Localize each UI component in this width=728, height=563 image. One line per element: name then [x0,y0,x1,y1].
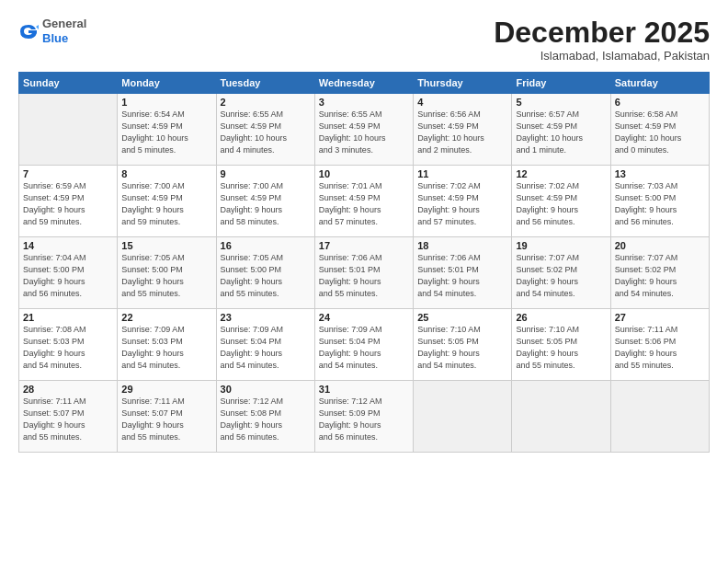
day-info: Sunrise: 7:07 AMSunset: 5:02 PMDaylight:… [615,252,705,300]
calendar-cell: 20Sunrise: 7:07 AMSunset: 5:02 PMDayligh… [610,237,709,309]
day-number: 8 [121,168,211,179]
day-info: Sunrise: 7:10 AMSunset: 5:05 PMDaylight:… [417,324,507,372]
col-saturday: Saturday [610,73,709,94]
calendar-cell: 27Sunrise: 7:11 AMSunset: 5:06 PMDayligh… [610,309,709,381]
day-info: Sunrise: 7:12 AMSunset: 5:08 PMDaylight:… [221,396,311,443]
day-info: Sunrise: 7:05 AMSunset: 5:00 PMDaylight:… [121,252,211,300]
calendar-cell: 13Sunrise: 7:03 AMSunset: 5:00 PMDayligh… [610,166,709,237]
day-number: 1 [121,97,211,108]
col-wednesday: Wednesday [314,73,413,94]
day-info: Sunrise: 7:06 AMSunset: 5:01 PMDaylight:… [319,252,409,300]
calendar-cell: 19Sunrise: 7:07 AMSunset: 5:02 PMDayligh… [512,237,610,309]
month-title: December 2025 [494,17,710,49]
calendar-cell [414,381,512,453]
day-info: Sunrise: 7:10 AMSunset: 5:05 PMDaylight:… [516,324,606,372]
day-info: Sunrise: 7:03 AMSunset: 5:00 PMDaylight:… [615,180,705,228]
calendar-cell: 6Sunrise: 6:58 AMSunset: 4:59 PMDaylight… [610,94,709,166]
calendar-cell: 18Sunrise: 7:06 AMSunset: 5:01 PMDayligh… [414,237,512,309]
day-info: Sunrise: 7:11 AMSunset: 5:07 PMDaylight:… [23,396,113,443]
calendar-cell: 14Sunrise: 7:04 AMSunset: 5:00 PMDayligh… [19,237,118,309]
calendar-cell: 30Sunrise: 7:12 AMSunset: 5:08 PMDayligh… [216,381,314,453]
subtitle: Islamabad, Islamabad, Pakistan [494,49,710,63]
calendar-cell: 2Sunrise: 6:55 AMSunset: 4:59 PMDaylight… [216,94,314,166]
calendar-cell: 7Sunrise: 6:59 AMSunset: 4:59 PMDaylight… [19,166,118,237]
calendar-week-row: 14Sunrise: 7:04 AMSunset: 5:00 PMDayligh… [19,237,710,309]
calendar-cell: 9Sunrise: 7:00 AMSunset: 4:59 PMDaylight… [216,166,314,237]
day-info: Sunrise: 7:05 AMSunset: 5:00 PMDaylight:… [221,252,311,300]
page: General Blue December 2025 Islamabad, Is… [0,0,728,563]
day-number: 9 [221,168,311,179]
calendar-week-row: 28Sunrise: 7:11 AMSunset: 5:07 PMDayligh… [19,381,710,453]
day-number: 26 [516,312,606,323]
day-number: 2 [221,97,311,108]
day-info: Sunrise: 6:55 AMSunset: 4:59 PMDaylight:… [221,109,311,156]
calendar-cell: 15Sunrise: 7:05 AMSunset: 5:00 PMDayligh… [118,237,216,309]
day-number: 22 [121,312,211,323]
day-number: 14 [23,240,113,251]
day-number: 15 [121,240,211,251]
col-tuesday: Tuesday [216,73,314,94]
day-number: 13 [615,168,705,179]
day-number: 20 [615,240,705,251]
day-info: Sunrise: 6:54 AMSunset: 4:59 PMDaylight:… [121,109,211,156]
day-number: 29 [121,384,211,395]
header-row: Sunday Monday Tuesday Wednesday Thursday… [19,73,710,94]
day-number: 23 [221,312,311,323]
day-number: 18 [417,240,507,251]
day-number: 31 [319,384,409,395]
day-number: 5 [516,97,606,108]
day-number: 21 [23,312,113,323]
calendar-cell: 22Sunrise: 7:09 AMSunset: 5:03 PMDayligh… [118,309,216,381]
calendar-cell: 17Sunrise: 7:06 AMSunset: 5:01 PMDayligh… [314,237,413,309]
day-number: 6 [615,97,705,108]
day-number: 17 [319,240,409,251]
header: General Blue December 2025 Islamabad, Is… [18,17,710,63]
day-info: Sunrise: 6:55 AMSunset: 4:59 PMDaylight:… [319,109,409,156]
calendar-cell: 1Sunrise: 6:54 AMSunset: 4:59 PMDaylight… [118,94,216,166]
day-info: Sunrise: 7:02 AMSunset: 4:59 PMDaylight:… [417,180,507,228]
calendar-week-row: 21Sunrise: 7:08 AMSunset: 5:03 PMDayligh… [19,309,710,381]
col-sunday: Sunday [19,73,118,94]
logo-blue-text: Blue [42,31,68,45]
logo-general-text: General [42,17,86,30]
calendar-table: Sunday Monday Tuesday Wednesday Thursday… [18,72,710,453]
day-info: Sunrise: 6:58 AMSunset: 4:59 PMDaylight:… [615,109,705,156]
day-info: Sunrise: 7:09 AMSunset: 5:04 PMDaylight:… [221,324,311,372]
calendar-cell: 28Sunrise: 7:11 AMSunset: 5:07 PMDayligh… [19,381,118,453]
calendar-cell: 4Sunrise: 6:56 AMSunset: 4:59 PMDaylight… [414,94,512,166]
calendar-cell: 26Sunrise: 7:10 AMSunset: 5:05 PMDayligh… [512,309,610,381]
logo-icon [18,21,39,41]
calendar-cell [19,94,118,166]
calendar-cell [512,381,610,453]
day-info: Sunrise: 7:00 AMSunset: 4:59 PMDaylight:… [221,180,311,228]
calendar-cell: 3Sunrise: 6:55 AMSunset: 4:59 PMDaylight… [314,94,413,166]
day-info: Sunrise: 6:57 AMSunset: 4:59 PMDaylight:… [516,109,606,156]
day-info: Sunrise: 7:07 AMSunset: 5:02 PMDaylight:… [516,252,606,300]
day-number: 28 [23,384,113,395]
day-info: Sunrise: 7:02 AMSunset: 4:59 PMDaylight:… [516,180,606,228]
calendar-cell: 5Sunrise: 6:57 AMSunset: 4:59 PMDaylight… [512,94,610,166]
calendar-cell: 21Sunrise: 7:08 AMSunset: 5:03 PMDayligh… [19,309,118,381]
calendar-cell: 31Sunrise: 7:12 AMSunset: 5:09 PMDayligh… [314,381,413,453]
day-number: 3 [319,97,409,108]
calendar-cell: 25Sunrise: 7:10 AMSunset: 5:05 PMDayligh… [414,309,512,381]
calendar-body: 1Sunrise: 6:54 AMSunset: 4:59 PMDaylight… [19,94,710,453]
calendar-header: Sunday Monday Tuesday Wednesday Thursday… [19,73,710,94]
day-info: Sunrise: 7:06 AMSunset: 5:01 PMDaylight:… [417,252,507,300]
day-number: 30 [221,384,311,395]
logo-text: General Blue [42,17,86,45]
day-number: 11 [417,168,507,179]
calendar-cell [610,381,709,453]
col-friday: Friday [512,73,610,94]
day-number: 16 [221,240,311,251]
day-info: Sunrise: 6:56 AMSunset: 4:59 PMDaylight:… [417,109,507,156]
col-thursday: Thursday [414,73,512,94]
calendar-week-row: 1Sunrise: 6:54 AMSunset: 4:59 PMDaylight… [19,94,710,166]
calendar-cell: 24Sunrise: 7:09 AMSunset: 5:04 PMDayligh… [314,309,413,381]
col-monday: Monday [118,73,216,94]
day-info: Sunrise: 7:01 AMSunset: 4:59 PMDaylight:… [319,180,409,228]
calendar-cell: 16Sunrise: 7:05 AMSunset: 5:00 PMDayligh… [216,237,314,309]
day-info: Sunrise: 7:08 AMSunset: 5:03 PMDaylight:… [23,324,113,372]
day-info: Sunrise: 7:09 AMSunset: 5:04 PMDaylight:… [319,324,409,372]
day-number: 12 [516,168,606,179]
